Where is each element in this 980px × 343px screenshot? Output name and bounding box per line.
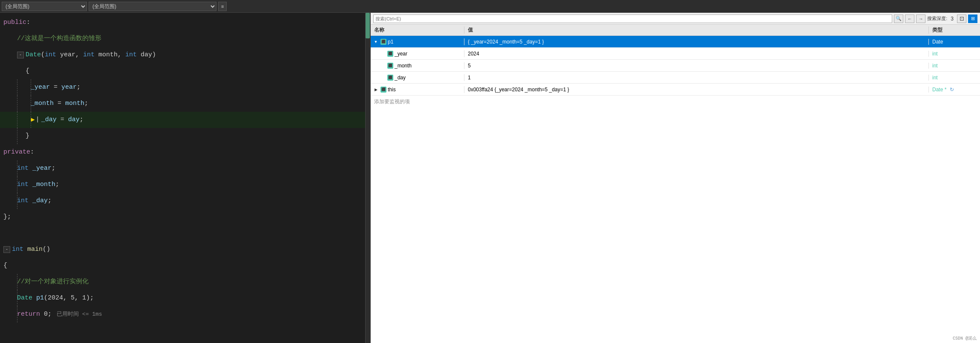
code-line-19: return 0; 已用时间 <= 1ms [0,306,370,323]
scope-dropdown-2[interactable]: (全局范围) [89,2,216,11]
month-value: 5 [468,63,471,69]
scrollbar[interactable] [365,13,370,343]
month-expand-icon: ▶ [379,62,386,69]
this-type-cell: Date * ↻ [929,87,980,93]
this-type-refresh: ↻ [950,87,954,93]
code-line-2: //这就是一个构造函数的雏形 [0,31,370,47]
watch-table: 名称 值 类型 ▼ ⬛ p1 { _year=2024 _month=5 _da… [371,25,980,343]
watch-toolbar: 🔍 ← → 搜索深度: 3 ⊡ ⊞ [371,13,980,25]
code-line-15: - int main() [0,241,370,258]
code-line-3: - Date(int year, int month, int day) [0,47,370,63]
day-type-cell: int [929,75,980,81]
p1-name-cell: ▼ ⬛ p1 [371,38,464,45]
code-line-18: Date p1(2024, 5, 1); [0,290,370,306]
add-watch-label: 添加要监视的项 [374,98,410,105]
col-header-type: 类型 [929,26,980,34]
watch-row-day[interactable]: ▶ ⬛ _day 1 int [371,72,980,84]
code-line-16: { [0,258,370,274]
year-name-cell: ▶ ⬛ _year [371,50,464,57]
this-member-icon: ⬛ [380,87,386,93]
code-line-7-breakpoint: ▶ | _day = day; [0,112,370,128]
code-line-12: int _day; [0,193,370,209]
this-expand-icon[interactable]: ▶ [372,86,379,93]
this-value-cell: 0x003ffa24 {_year=2024 _month=5 _day=1 } [464,87,929,93]
p1-type: Date [932,39,943,45]
watch-row-month[interactable]: ▶ ⬛ _month 5 int [371,60,980,72]
month-member-icon: ⬛ [387,63,393,69]
day-value-cell: 1 [464,75,929,81]
depth-value: 3 [951,16,954,22]
code-line-1: public: [0,15,370,31]
csdn-watermark: CSDN @泥么 [953,335,977,341]
month-name: _month [395,63,412,69]
year-member-icon: ⬛ [387,51,393,57]
pin-button[interactable]: ⊡ [957,15,966,23]
top-toolbar: (全局范围) (全局范围) ≡ [0,0,980,13]
year-type: int [932,51,938,57]
day-type: int [932,75,938,81]
this-name-cell: ▶ ⬛ this [371,86,464,93]
add-watch-row[interactable]: 添加要监视的项 [371,96,980,108]
year-name: _year [395,51,407,57]
code-line-14 [0,225,370,241]
code-line-5: _year = year; [0,79,370,96]
month-value-cell: 5 [464,63,929,69]
scope-dropdown[interactable]: (全局范围) [2,2,87,11]
this-type: Date * [932,87,946,93]
table-button[interactable]: ⊞ [968,15,977,23]
this-name: this [388,87,396,93]
code-line-13: }; [0,209,370,225]
watch-row-p1[interactable]: ▼ ⬛ p1 { _year=2024 _month=5 _day=1 } Da… [371,36,980,48]
back-button[interactable]: ← [905,15,914,23]
code-editor: public: //这就是一个构造函数的雏形 - Date(int year, … [0,13,370,343]
code-line-8: } [0,128,370,144]
scroll-thumb[interactable] [366,13,370,38]
search-button[interactable]: 🔍 [894,15,903,23]
col-header-name: 名称 [371,26,464,34]
month-type-cell: int [929,63,980,69]
day-name: _day [395,75,406,81]
code-line-10: int _year; [0,160,370,177]
code-line-6: _month = month; [0,96,370,112]
watch-row-this[interactable]: ▶ ⬛ this 0x003ffa24 {_year=2024 _month=5… [371,84,980,96]
watch-row-year[interactable]: ▶ ⬛ _year 2024 int [371,48,980,60]
code-line-9: private: [0,144,370,160]
month-name-cell: ▶ ⬛ _month [371,62,464,69]
collapse-icon-main[interactable]: - [3,246,10,253]
p1-member-icon: ⬛ [380,39,386,45]
code-line-4: { [0,63,370,79]
collapse-icon-constructor[interactable]: - [17,52,24,58]
p1-type-cell: Date [929,39,980,45]
code-line-11: int _month; [0,177,370,193]
forward-button[interactable]: → [916,15,925,23]
code-panel: public: //这就是一个构造函数的雏形 - Date(int year, … [0,13,371,343]
collapse-btn[interactable]: ≡ [218,2,227,11]
col-header-value: 值 [464,26,929,34]
day-value: 1 [468,75,471,81]
watch-panel: 🔍 ← → 搜索深度: 3 ⊡ ⊞ 名称 值 类型 ▼ ⬛ p1 [371,13,980,343]
p1-value: { _year=2024 _month=5 _day=1 } [468,39,544,45]
day-member-icon: ⬛ [387,75,393,81]
year-type-cell: int [929,51,980,57]
p1-expand-icon[interactable]: ▼ [372,38,379,45]
p1-value-cell: { _year=2024 _month=5 _day=1 } [464,39,929,45]
month-type: int [932,63,938,69]
p1-name: p1 [388,39,393,45]
year-value: 2024 [468,51,479,57]
day-expand-icon: ▶ [379,74,386,81]
timing-text: 已用时间 <= 1ms [57,306,102,323]
search-input[interactable] [373,15,892,23]
year-expand-icon: ▶ [379,50,386,57]
main-area: public: //这就是一个构造函数的雏形 - Date(int year, … [0,13,980,343]
year-value-cell: 2024 [464,51,929,57]
watch-table-header: 名称 值 类型 [371,25,980,36]
day-name-cell: ▶ ⬛ _day [371,74,464,81]
this-value: 0x003ffa24 {_year=2024 _month=5 _day=1 } [468,87,569,93]
depth-label: 搜索深度: [927,15,947,22]
code-line-17: //对一个对象进行实例化 [0,274,370,290]
